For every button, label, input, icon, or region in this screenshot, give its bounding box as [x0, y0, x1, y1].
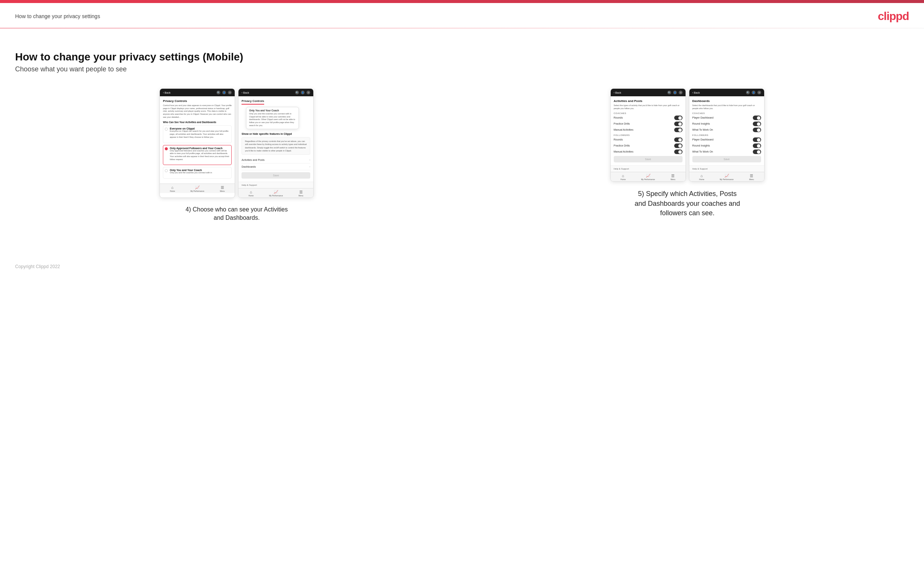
screen2-tab[interactable]: Privacy Controls — [241, 99, 264, 105]
search-icon[interactable]: 🔍 — [667, 90, 671, 94]
screen4-followers-workon-row: What To Work On — [692, 150, 761, 154]
screen3-followers-drills-toggle[interactable] — [674, 143, 683, 148]
screen3-followers-drills-row: Practice Drills — [614, 143, 683, 148]
search-icon[interactable]: 🔍 — [746, 90, 750, 94]
screen1-option1[interactable]: Everyone on Clippd Everyone on Clippd ca… — [163, 126, 232, 143]
screen4-followers-label: FOLLOWERS — [692, 134, 761, 136]
logo: clippd — [878, 10, 909, 23]
screen2-home-tab[interactable]: ⌂ Home — [239, 190, 263, 197]
chart-icon: 📈 — [724, 174, 729, 178]
screen4-performance-tab[interactable]: 📈 My Performance — [714, 174, 739, 181]
screen3-followers-manual-row: Manual Activities — [614, 150, 683, 154]
screen1-content: Privacy Controls Control how you and you… — [160, 96, 235, 184]
menu-icon: ☰ — [299, 190, 303, 194]
screen4-followers-workon-toggle[interactable] — [753, 150, 761, 154]
screen2-performance-tab[interactable]: 📈 My Performance — [263, 190, 288, 197]
screen4-coaches-workon-toggle[interactable] — [753, 127, 761, 132]
search-icon[interactable]: 🔍 — [295, 90, 299, 94]
chart-icon: 📈 — [646, 174, 650, 178]
screen3-home-tab[interactable]: ⌂ Home — [611, 174, 636, 181]
profile-icon[interactable]: 👤 — [301, 90, 305, 94]
profile-icon[interactable]: 👤 — [673, 90, 677, 94]
chevron-left-icon: ‹ — [692, 91, 693, 94]
settings-icon[interactable]: ⚙ — [679, 90, 683, 94]
header-title: How to change your privacy settings — [15, 13, 100, 19]
screen1-radio1[interactable] — [165, 127, 168, 131]
screen2-activities-row[interactable]: Activities and Posts › — [241, 157, 310, 163]
screen3-followers-label: FOLLOWERS — [614, 134, 683, 136]
screen3-performance-tab[interactable]: 📈 My Performance — [636, 174, 661, 181]
screen4: ‹ Back 🔍 👤 ⚙ Dashboards Select the dashb… — [689, 89, 764, 182]
screen4-home-tab[interactable]: ⌂ Home — [689, 174, 714, 181]
screen3-followers-manual-label: Manual Activities — [614, 150, 633, 153]
screen1-menu-tab[interactable]: ☰ Menu — [210, 185, 235, 192]
screen2-dashboards-row[interactable]: Dashboards › — [241, 163, 310, 170]
screen4-save-button[interactable]: Save — [692, 156, 761, 162]
screen4-help: Help & Support — [689, 165, 764, 172]
screen4-desc: Select the dashboards that you'd like to… — [692, 104, 761, 110]
screen2-back-button[interactable]: ‹ Back — [241, 91, 249, 94]
screen3-followers-rounds-toggle[interactable] — [674, 137, 683, 142]
screen3-followers-manual-toggle[interactable] — [674, 150, 683, 154]
screen3: ‹ Back 🔍 👤 ⚙ Activities and Posts Select… — [610, 89, 686, 182]
caption5: 5) Specify which Activities, Posts and D… — [635, 189, 740, 218]
home-icon: ⌂ — [250, 190, 252, 194]
menu-icon: ☰ — [750, 174, 753, 178]
screen4-back-button[interactable]: ‹ Back — [692, 91, 700, 94]
screen4-coaches-label: COACHES — [692, 112, 761, 114]
screen3-coaches-rounds-toggle[interactable] — [674, 116, 683, 120]
main-content: How to change your privacy settings (Mob… — [0, 40, 924, 237]
screen2-save-button[interactable]: Save — [241, 172, 310, 179]
screen2-nav: ‹ Back 🔍 👤 ⚙ — [239, 89, 313, 96]
screen3-save-button[interactable]: Save — [614, 156, 683, 162]
screen3-coaches-drills-toggle[interactable] — [674, 122, 683, 126]
screen4-coaches-player-toggle[interactable] — [753, 116, 761, 120]
settings-icon[interactable]: ⚙ — [307, 90, 310, 94]
screen3-menu-tab[interactable]: ☰ Menu — [661, 174, 685, 181]
screen4-followers-player-toggle[interactable] — [753, 137, 761, 142]
settings-icon[interactable]: ⚙ — [758, 90, 761, 94]
profile-icon[interactable]: 👤 — [752, 90, 756, 94]
screen4-followers-insights-toggle[interactable] — [753, 143, 761, 148]
screen3-coaches-rounds-row: Rounds — [614, 116, 683, 120]
screen1-radio2[interactable] — [165, 147, 168, 150]
chevron-left-icon: ‹ — [614, 91, 614, 94]
screen1-option2[interactable]: Only Approved Followers and Your Coach O… — [163, 145, 232, 165]
screen4-coaches-workon-row: What To Work On — [692, 127, 761, 132]
screen2-tooltip: Only You and Your Coach Only you and the… — [246, 107, 299, 129]
screen4-followers-workon-label: What To Work On — [692, 150, 713, 153]
screen4-menu-tab[interactable]: ☰ Menu — [739, 174, 764, 181]
search-icon[interactable]: 🔍 — [216, 90, 220, 94]
screen4-coaches-workon-label: What To Work On — [692, 128, 713, 131]
screen1-bottom-bar: ⌂ Home 📈 My Performance ☰ Menu — [160, 184, 235, 193]
screen1-performance-tab[interactable]: 📈 My Performance — [185, 185, 210, 192]
dashboards-label: Dashboards — [241, 165, 256, 168]
mockups-row: ‹ Back 🔍 👤 ⚙ Privacy Controls Control ho… — [15, 89, 909, 222]
copyright-text: Copyright Clippd 2022 — [15, 264, 60, 269]
settings-icon[interactable]: ⚙ — [228, 90, 232, 94]
screen2-menu-tab[interactable]: ☰ Menu — [288, 190, 313, 197]
screen2-bottom-bar: ⌂ Home 📈 My Performance ☰ Menu — [239, 188, 313, 198]
screen1-option3[interactable]: Only You and Your Coach Only you and the… — [163, 167, 232, 179]
header: How to change your privacy settings clip… — [0, 3, 924, 28]
screen4-coaches-insights-row: Round Insights — [692, 122, 761, 126]
mockup-group-2: ‹ Back 🔍 👤 ⚙ Activities and Posts Select… — [466, 89, 909, 218]
screen2-show-hide-desc: Regardless of the privacy controls that … — [241, 137, 310, 155]
screen1-home-tab[interactable]: ⌂ Home — [160, 185, 185, 192]
screen2-nav-icons: 🔍 👤 ⚙ — [295, 90, 310, 94]
screen4-coaches-insights-toggle[interactable] — [753, 122, 761, 126]
screen3-title: Activities and Posts — [614, 99, 683, 103]
screen3-coaches-manual-toggle[interactable] — [674, 127, 683, 132]
profile-icon[interactable]: 👤 — [222, 90, 226, 94]
screen4-coaches-player-row: Player Dashboard — [692, 116, 761, 120]
chevron-right-icon-1: › — [310, 158, 311, 162]
screen3-back-button[interactable]: ‹ Back — [614, 91, 621, 94]
screen1-back-button[interactable]: ‹ Back — [163, 91, 170, 94]
screen4-followers-insights-row: Round Insights — [692, 143, 761, 148]
screen3-coaches-rounds-label: Rounds — [614, 116, 623, 119]
screen1-option2-desc: Only approved followers and coaches you … — [170, 150, 230, 161]
top-bar — [0, 0, 924, 3]
screen4-coaches-insights-label: Round Insights — [692, 122, 710, 125]
page-subheading: Choose what you want people to see — [15, 65, 909, 73]
screen1-radio3[interactable] — [165, 169, 168, 172]
